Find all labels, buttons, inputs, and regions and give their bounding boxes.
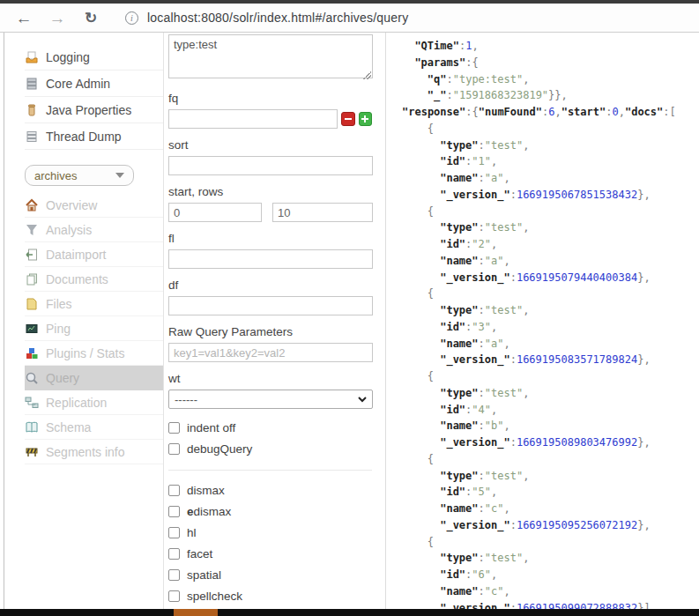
raw-query-params-input[interactable]	[168, 343, 373, 362]
sidebar-item-replication[interactable]: Replication	[25, 390, 163, 415]
checkbox-label: spellcheck	[187, 590, 242, 603]
browser-toolbar: ← → ↻ i localhost:8080/solr/index.html#/…	[0, 4, 699, 33]
wt-select-value: ------	[175, 393, 358, 406]
forward-icon[interactable]: →	[46, 10, 69, 26]
json-line: "id":"4",	[402, 402, 699, 419]
divider	[168, 470, 372, 471]
sidebar-item-schema[interactable]: Schema	[25, 415, 163, 440]
sidebar-item-logging[interactable]: Logging	[25, 44, 163, 71]
ping-icon	[25, 322, 39, 336]
wt-select[interactable]: ------	[168, 390, 373, 409]
logging-icon	[25, 50, 39, 64]
sidebar-item-label: Thread Dump	[46, 130, 122, 144]
facet-checkbox[interactable]	[168, 548, 180, 560]
json-line: "id":"3",	[402, 319, 699, 336]
sidebar-item-thread-dump[interactable]: Thread Dump	[25, 123, 163, 150]
json-line: "QTime":1,	[402, 38, 699, 55]
json-line: "type":"test",	[402, 385, 699, 402]
rows-input[interactable]	[272, 203, 373, 222]
sidebar-item-ping[interactable]: Ping	[25, 316, 163, 341]
json-line: "type":"test",	[402, 219, 699, 236]
json-line: {	[402, 286, 699, 302]
checkbox-label: edismax	[187, 505, 231, 518]
checkbox-label: hl	[187, 526, 197, 539]
json-line: {	[402, 121, 699, 137]
json-line: "_version_":1669195067851538432},	[402, 187, 699, 204]
json-line: "name":"a",	[402, 170, 699, 187]
spellcheck-checkbox-row[interactable]: spellcheck	[168, 585, 372, 606]
q-input[interactable]: type:test	[168, 34, 373, 78]
java-properties-icon	[25, 103, 39, 117]
sidebar-item-label: Overview	[46, 198, 97, 212]
json-line: {	[402, 534, 699, 551]
sidebar-item-segments-info[interactable]: Segments info	[25, 440, 163, 464]
fq-input[interactable]	[168, 109, 338, 129]
replication-icon	[25, 396, 39, 410]
dismax-checkbox[interactable]	[168, 485, 180, 496]
hl-checkbox-row[interactable]: hl	[168, 522, 372, 543]
page-left-edge	[4, 33, 4, 615]
chevron-down-icon	[115, 173, 124, 178]
sidebar-item-label: Documents	[46, 272, 108, 286]
json-line: "response":{"numFound":6,"start":0,"docs…	[402, 104, 699, 121]
page-info-icon[interactable]: i	[125, 11, 138, 25]
chevron-down-icon	[358, 397, 367, 403]
debugquery-checkbox-row[interactable]: debugQuery	[168, 438, 372, 459]
sidebar-item-documents[interactable]: Documents	[25, 267, 163, 292]
fl-input[interactable]	[168, 249, 373, 269]
core-admin-icon	[25, 77, 39, 91]
sidebar-item-label: Plugins / Stats	[46, 346, 125, 360]
sort-input[interactable]	[168, 156, 373, 175]
sidebar-item-query[interactable]: Query	[25, 366, 163, 390]
sidebar-item-files[interactable]: Files	[25, 292, 163, 316]
sidebar-item-overview[interactable]: Overview	[25, 193, 163, 218]
sidebar-item-dataimport[interactable]: Dataimport	[25, 242, 163, 267]
core-selector-value: archives	[34, 169, 115, 182]
dataimport-icon	[25, 248, 39, 262]
json-line: "_":"1591868323819"}},	[402, 87, 699, 104]
back-icon[interactable]: ←	[12, 10, 35, 26]
sidebar-item-analysis[interactable]: Analysis	[25, 218, 163, 242]
debugquery-checkbox[interactable]	[168, 443, 180, 455]
json-line: "id":"6",	[402, 567, 699, 583]
json-line: {	[402, 451, 699, 468]
indent-off-checkbox-row[interactable]: indent off	[168, 417, 372, 438]
core-selector-dropdown[interactable]: archives	[25, 165, 134, 186]
sidebar-item-core-admin[interactable]: Core Admin	[25, 71, 163, 97]
dismax-checkbox-row[interactable]: dismax	[168, 479, 372, 501]
taskbar-highlight	[174, 609, 218, 616]
query-response-json: "QTime":1,"params":{"q":"type:test","_":…	[386, 33, 699, 615]
checkbox-label: debugQuery	[187, 442, 252, 456]
df-input[interactable]	[168, 296, 373, 315]
json-line: "_version_":1669195095256072192},	[402, 517, 699, 534]
json-line: "type":"test",	[402, 302, 699, 319]
spatial-checkbox-row[interactable]: spatial	[168, 564, 372, 585]
edismax-checkbox-row[interactable]: edismax	[168, 501, 372, 522]
hl-checkbox[interactable]	[168, 527, 180, 538]
json-line: {	[402, 204, 699, 220]
spatial-checkbox[interactable]	[168, 569, 180, 581]
edismax-checkbox[interactable]	[168, 506, 180, 517]
sidebar: Logging Core Admin Java Properties Threa…	[0, 33, 164, 615]
indent-off-checkbox[interactable]	[168, 422, 180, 434]
spellcheck-checkbox[interactable]	[168, 590, 180, 602]
sidebar-item-plugins-stats[interactable]: Plugins / Stats	[25, 341, 163, 366]
sidebar-item-label: Dataimport	[46, 248, 106, 262]
remove-fq-button[interactable]	[341, 112, 354, 126]
start-input[interactable]	[168, 203, 262, 222]
funnel-icon	[25, 223, 39, 237]
checkbox-label: facet	[187, 547, 212, 560]
sidebar-item-label: Java Properties	[46, 103, 131, 117]
facet-checkbox-row[interactable]: facet	[168, 543, 372, 564]
segments-icon	[25, 445, 39, 459]
reload-icon[interactable]: ↻	[79, 11, 102, 26]
sort-label: sort	[168, 138, 372, 152]
json-line: "id":"2",	[402, 236, 699, 253]
json-line: "_version_":1669195079440400384},	[402, 270, 699, 286]
json-line: "params":{	[402, 55, 699, 71]
sidebar-item-java-properties[interactable]: Java Properties	[25, 97, 163, 123]
address-bar[interactable]: localhost:8080/solr/index.html#/archives…	[147, 11, 408, 25]
add-fq-button[interactable]	[359, 112, 372, 126]
json-line: "type":"test",	[402, 468, 699, 485]
schema-icon	[25, 420, 39, 434]
